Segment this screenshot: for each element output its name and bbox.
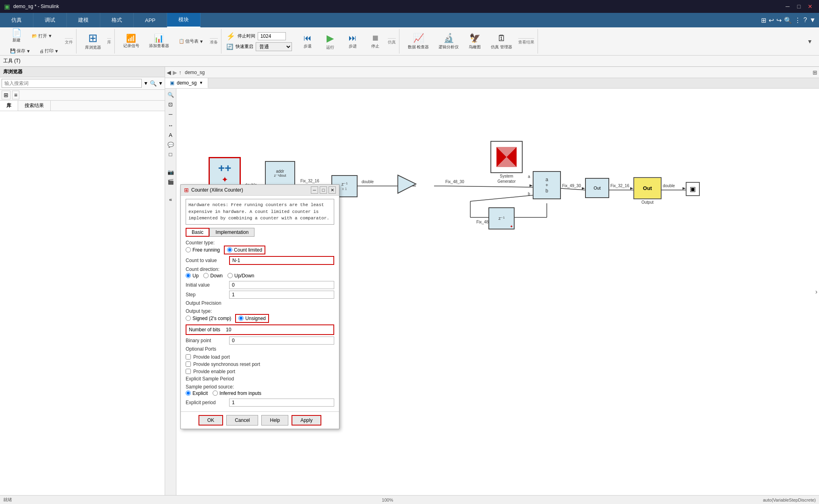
dialog-tab-basic[interactable]: Basic [186,228,209,237]
sidebar-tab-library[interactable]: 库 [0,101,18,111]
initial-value-input[interactable] [229,281,334,289]
step-forward-button[interactable]: ⏭ 步进 [343,31,363,51]
nav-back-icon[interactable]: ◀ [167,69,171,76]
toolbar-icon-3[interactable]: ↪ [776,17,782,24]
zoom-fit-icon[interactable]: ⊡ [166,100,175,109]
dir-updown-radio[interactable] [228,273,233,278]
free-running-option[interactable]: Free running [186,247,220,253]
zoom-out-icon[interactable]: ─ [166,109,175,118]
explicit-period-input[interactable] [229,399,334,407]
canvas-expand-icon[interactable]: ⊞ [813,69,817,76]
explicit-source-radio[interactable] [186,390,191,396]
ok-button[interactable]: OK [199,415,223,426]
canvas-tab-dropdown[interactable]: ▼ [199,81,203,85]
data-inspector-button[interactable]: 📈 数据 检查器 [404,31,433,52]
gain-block[interactable] [396,173,418,195]
delay-block2[interactable]: z⁻¹ ✦ [488,207,515,229]
dialog-expand-btn[interactable]: □ [320,186,327,194]
print-button[interactable]: 🖨 打印 ▼ [36,46,62,56]
num-bits-input[interactable] [223,326,331,333]
nav-forward-icon[interactable]: ▶ [173,69,177,76]
dialog-controls[interactable]: ─ □ ✕ [311,186,336,194]
step-input[interactable] [229,291,334,299]
free-running-radio[interactable] [186,247,191,252]
tab-format[interactable]: 格式 [100,13,134,27]
sysgen-block[interactable]: System Generator [490,141,523,184]
zoom-in-icon[interactable]: 🔍 [166,90,175,99]
nav-up-icon[interactable]: ↑ [179,69,182,76]
dialog-minimize-btn[interactable]: ─ [311,186,318,194]
stop-button[interactable]: ⏹ 停止 [365,31,385,51]
dir-down-radio[interactable] [203,273,209,278]
film-icon[interactable]: 🎬 [166,177,175,186]
apply-button[interactable]: Apply [292,415,321,426]
logic-analyzer-button[interactable]: 🔬 逻辑分析仪 [435,31,462,52]
inferred-source-radio[interactable] [213,390,218,396]
tools-menu[interactable]: 工具 (T) [3,58,21,64]
add-block[interactable]: a + b a b [533,171,561,199]
record-signal-button[interactable]: 📶 记录信号 [120,32,143,51]
tab-debug[interactable]: 调试 [33,13,67,27]
toolbar-icon-5[interactable]: ⋮ [794,17,801,24]
toolbar-icon-7[interactable]: ▼ [809,17,816,24]
count-limited-option[interactable]: Count limited [225,246,265,254]
text-icon[interactable]: A [166,130,175,139]
titlebar-controls[interactable]: ─ □ ✕ [783,2,815,11]
dir-down-option[interactable]: Down [203,273,223,279]
toolbar-icon-6[interactable]: ? [803,17,807,24]
unsigned-option[interactable]: Unsigned [236,315,268,322]
search-input[interactable] [2,79,142,88]
sim-manager-button[interactable]: 🗓 仿真 管理器 [487,31,516,52]
cancel-button[interactable]: Cancel [226,415,258,426]
signal-dropdown-icon[interactable]: ▼ [199,39,204,44]
stop-time-input[interactable] [258,32,286,40]
dialog-close-btn[interactable]: ✕ [329,186,336,194]
area-icon[interactable]: □ [166,150,175,159]
print-dropdown-icon[interactable]: ▼ [54,49,59,54]
terminator-block[interactable]: ▣ [686,182,700,196]
add-viewer-button[interactable]: 📊 添加查看器 [145,32,173,51]
step-back-button[interactable]: ⏮ 步退 [298,31,318,51]
new-button[interactable]: 📄 新建 [6,27,27,45]
toolbar-expand-icon[interactable]: ▼ [807,38,813,45]
provide-enable-checkbox[interactable] [186,369,191,374]
signed-option[interactable]: Signed (2's comp) [186,316,231,321]
unsigned-radio[interactable] [238,316,244,321]
binary-point-input[interactable] [229,337,334,345]
lib-view-icon-1[interactable]: ⊞ [2,91,10,99]
dir-updown-option[interactable]: Up/Down [228,273,254,279]
provide-sync-reset-checkbox[interactable] [186,361,191,367]
comment-icon[interactable]: 💬 [166,140,175,149]
save-dropdown-icon[interactable]: ▼ [26,49,31,54]
help-button[interactable]: Help [261,415,288,426]
dialog-tab-implementation[interactable]: Implementation [209,228,254,237]
cast-block[interactable]: Out [585,178,609,198]
arrows-icon[interactable]: « [166,195,175,204]
sim-mode-select[interactable]: 普通 加速 [256,42,292,51]
search-dropdown-icon[interactable]: ▼ [143,81,148,86]
output-block[interactable]: Out Output [633,177,662,204]
library-browser-button[interactable]: ⊞ 库浏览器 [81,31,105,52]
inferred-source-option[interactable]: Inferred from inputs [213,390,261,396]
search-options-icon[interactable]: ▼ [158,81,163,86]
toolbar-icon-2[interactable]: ↩ [769,17,774,24]
signal-table-button[interactable]: 📋 信号表 ▼ [175,36,207,46]
maximize-button[interactable]: □ [794,2,804,11]
count-to-value-input[interactable] [229,256,334,265]
close-button[interactable]: ✕ [805,2,815,11]
run-button[interactable]: ▶ 运行 [320,31,340,52]
open-dropdown-icon[interactable]: ▼ [48,33,52,38]
explicit-source-option[interactable]: Explicit [186,390,208,396]
scope-button[interactable]: 🦅 鸟瞰图 [465,31,485,52]
canvas-tab-label[interactable]: demo_sg [177,80,196,86]
signed-radio[interactable] [186,316,191,321]
tab-modeling[interactable]: 建模 [67,13,100,27]
provide-load-checkbox[interactable] [186,354,191,359]
camera-icon[interactable]: 📷 [166,167,175,176]
count-limited-radio[interactable] [227,247,232,252]
dir-up-option[interactable]: Up [186,273,199,279]
toolbar-icon-4[interactable]: 🔍 [784,17,792,24]
open-button[interactable]: 📂 打开 ▼ [28,27,56,45]
tab-module[interactable]: 模块 [167,13,201,27]
toolbar-icon-1[interactable]: ⊞ [761,17,766,24]
